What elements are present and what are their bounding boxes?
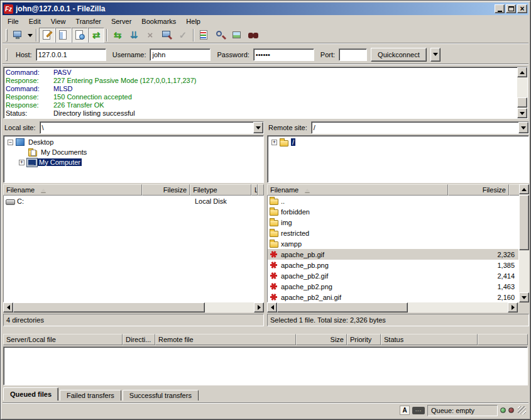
file-row[interactable]: apache_pb2.gif2,414: [268, 270, 518, 281]
username-label: Username:: [112, 51, 146, 58]
scroll-up-button[interactable]: [519, 184, 529, 194]
file-row[interactable]: ..: [268, 196, 518, 206]
menubar: FileEditViewTransferServerBookmarksHelp: [3, 16, 528, 27]
filezilla-window: Fz john@127.0.0.1 - FileZilla × FileEdit…: [0, 0, 531, 420]
minimize-button[interactable]: [495, 4, 505, 13]
refresh-button[interactable]: ⇆: [109, 28, 126, 43]
file-row[interactable]: restricted: [268, 228, 518, 238]
menu-transfer[interactable]: Transfer: [70, 16, 106, 26]
file-row[interactable]: img: [268, 217, 518, 228]
remote-vertical-scrollbar[interactable]: [519, 184, 529, 302]
find-button[interactable]: [245, 28, 261, 43]
local-site-label: Local site:: [3, 124, 40, 131]
column-header-filename[interactable]: Filename: [3, 184, 142, 196]
speed-limits-icon[interactable]: ‑‑‑: [412, 407, 425, 414]
file-row[interactable]: apache_pb.png1,385: [268, 260, 518, 270]
toggle-log-button[interactable]: [39, 28, 55, 43]
scroll-left-button[interactable]: [267, 302, 277, 312]
column-header-filename[interactable]: Filename: [267, 184, 448, 196]
column-header-status[interactable]: Status: [381, 334, 478, 345]
menu-edit[interactable]: Edit: [24, 16, 46, 26]
toolbar-grip[interactable]: [6, 29, 8, 41]
file-row[interactable]: apache_pb.gif2,326: [268, 249, 518, 260]
tab-failed-transfers[interactable]: Failed transfers: [60, 390, 121, 401]
scroll-up-button[interactable]: [517, 67, 527, 77]
password-input[interactable]: [253, 48, 314, 61]
image-file-icon: [270, 282, 281, 290]
scroll-down-button[interactable]: [519, 292, 529, 302]
menu-help[interactable]: Help: [181, 16, 205, 26]
toggle-remote-tree-button[interactable]: [72, 28, 88, 43]
find-icon: [247, 29, 260, 41]
username-input[interactable]: [150, 48, 211, 61]
compare-button[interactable]: [212, 28, 229, 43]
column-header-priority[interactable]: Priority: [347, 334, 381, 345]
menu-view[interactable]: View: [46, 16, 71, 26]
scroll-down-button[interactable]: [517, 108, 527, 118]
maximize-button[interactable]: [506, 4, 516, 13]
file-row[interactable]: C:Local Disk: [4, 196, 263, 206]
remote-site-combo[interactable]: /: [311, 121, 529, 134]
process-queue-button[interactable]: ⇊: [126, 28, 142, 43]
column-header-filetype[interactable]: Filetype: [190, 184, 251, 196]
local-horizontal-scrollbar[interactable]: [3, 302, 264, 312]
local-tree-item[interactable]: My Documents: [4, 147, 263, 157]
column-header-filesize[interactable]: Filesize: [142, 184, 190, 196]
site-manager-button[interactable]: [9, 28, 26, 43]
remote-tree-item[interactable]: +/: [268, 137, 528, 147]
log-line-label: Status:: [4, 109, 53, 118]
column-header-directi[interactable]: Directi...: [123, 334, 155, 345]
local-site-dropdown-button[interactable]: [253, 122, 263, 133]
host-input[interactable]: [36, 48, 106, 61]
sync-browse-button[interactable]: [229, 28, 245, 43]
scroll-right-button[interactable]: [508, 302, 518, 312]
menu-bookmarks[interactable]: Bookmarks: [136, 16, 181, 26]
local-site-combo[interactable]: \: [40, 121, 264, 134]
log-vertical-scrollbar[interactable]: [517, 67, 527, 118]
expand-icon[interactable]: +: [271, 140, 277, 145]
filter-button[interactable]: [196, 28, 212, 43]
quickconnect-grip[interactable]: [6, 48, 8, 61]
remote-horizontal-scrollbar[interactable]: [267, 302, 518, 312]
data-type-ascii-icon[interactable]: A: [400, 406, 410, 415]
column-header-remotefile[interactable]: Remote file: [155, 334, 296, 345]
local-tree-item[interactable]: +My Computer: [4, 157, 263, 167]
scroll-thumb[interactable]: [13, 302, 205, 312]
scroll-thumb[interactable]: [519, 195, 529, 250]
site-manager-dropdown-button[interactable]: [26, 28, 34, 43]
titlebar[interactable]: Fz john@127.0.0.1 - FileZilla ×: [3, 3, 528, 15]
tab-queued-files[interactable]: Queued files: [3, 387, 58, 401]
tab-successful-transfers[interactable]: Successful transfers: [123, 390, 199, 401]
close-button[interactable]: ×: [517, 4, 527, 13]
menu-server[interactable]: Server: [106, 16, 136, 26]
local-tree-item[interactable]: −Desktop: [4, 137, 263, 147]
toggle-local-tree-button[interactable]: [55, 28, 72, 43]
column-header-l[interactable]: L: [251, 184, 258, 196]
resize-grip[interactable]: [518, 406, 526, 414]
column-header-filesize[interactable]: Filesize: [448, 184, 509, 196]
remote-site-dropdown-button[interactable]: [518, 122, 528, 133]
file-row[interactable]: xampp: [268, 238, 518, 249]
file-row[interactable]: apache_pb2_ani.gif2,160: [268, 292, 518, 302]
quickconnect-button[interactable]: Quickconnect: [371, 48, 427, 62]
quickconnect-dropdown-button[interactable]: [430, 48, 441, 62]
scroll-right-button[interactable]: [254, 302, 264, 312]
collapse-icon[interactable]: −: [8, 140, 13, 145]
toggle-log-icon: [41, 29, 53, 41]
scroll-thumb[interactable]: [277, 302, 408, 312]
log-line-text: 150 Connection accepted: [53, 93, 132, 101]
column-header-serverlocalfile[interactable]: Server/Local file: [3, 334, 123, 345]
password-label: Password:: [217, 51, 249, 58]
file-row[interactable]: apache_pb2.png1,463: [268, 281, 518, 292]
menu-file[interactable]: File: [3, 16, 24, 26]
expand-icon[interactable]: +: [19, 160, 25, 165]
toggle-queue-button[interactable]: ⇄: [88, 28, 104, 43]
disconnect-button[interactable]: [158, 28, 175, 43]
column-header-size[interactable]: Size: [296, 334, 347, 345]
scroll-thumb[interactable]: [517, 97, 527, 108]
local-tree: −DesktopMy Documents+My Computer: [3, 135, 264, 183]
image-file-icon: [270, 272, 281, 280]
file-row[interactable]: forbidden: [268, 206, 518, 217]
scroll-left-button[interactable]: [3, 302, 13, 312]
port-input[interactable]: [339, 48, 367, 61]
